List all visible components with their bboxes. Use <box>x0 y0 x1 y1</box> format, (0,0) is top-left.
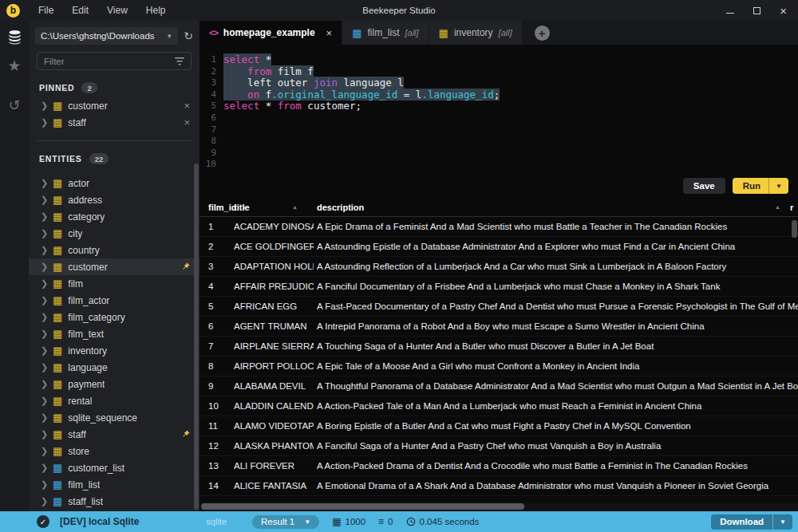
entity-actor[interactable]: ❯▦actor <box>29 175 200 191</box>
chevron-right-icon[interactable]: ❯ <box>41 212 47 221</box>
history-icon[interactable]: ↺ <box>5 96 24 115</box>
table-row[interactable]: 7AIRPLANE SIERRAA Touching Saga of a Hun… <box>200 337 798 357</box>
entity-category[interactable]: ❯▦category <box>29 208 200 225</box>
chevron-right-icon[interactable]: ❯ <box>41 229 47 238</box>
entity-sqlite_sequence[interactable]: ❯▦sqlite_sequence <box>29 409 200 426</box>
cell-film-id[interactable]: 10 <box>200 401 234 411</box>
refresh-icon[interactable]: ↻ <box>184 30 193 41</box>
cell-title[interactable]: ADAPTATION HOLES <box>234 262 314 271</box>
cell-description[interactable]: A Fanciful Documentary of a Frisbee And … <box>314 282 798 291</box>
chevron-right-icon[interactable]: ❯ <box>41 480 47 489</box>
cell-description[interactable]: A Epic Drama of a Feminist And a Mad Sci… <box>314 222 798 231</box>
entity-film_list[interactable]: ❯▦film_list <box>29 476 200 493</box>
tab-homepage_example[interactable]: <>homepage_example× <box>200 21 342 45</box>
chevron-right-icon[interactable]: ❯ <box>41 195 47 204</box>
entity-address[interactable]: ❯▦address <box>29 191 200 208</box>
table-row[interactable]: 5AFRICAN EGGA Fast-Paced Documentary of … <box>200 297 798 317</box>
menu-help[interactable]: Help <box>146 5 166 16</box>
add-tab-button[interactable]: + <box>535 26 550 41</box>
unpin-close-icon[interactable]: × <box>184 100 190 111</box>
table-row[interactable]: 11ALAMO VIDEOTAPEA Boring Epistle of a B… <box>200 416 798 436</box>
cell-title[interactable]: ALAMO VIDEOTAPE <box>234 421 314 431</box>
cell-film-id[interactable]: 1 <box>200 222 234 231</box>
cell-title[interactable]: ALABAMA DEVIL <box>234 381 314 391</box>
entity-staff[interactable]: ❯▦staff <box>29 426 200 443</box>
run-button[interactable]: Run ▼ <box>733 178 788 194</box>
chevron-right-icon[interactable]: ❯ <box>41 346 47 355</box>
download-dropdown-caret-icon[interactable]: ▼ <box>772 514 792 530</box>
cell-title[interactable]: ALI FOREVER <box>234 461 314 471</box>
table-row[interactable]: 12ALASKA PHANTOMA Fanciful Saga of a Hun… <box>200 436 798 456</box>
entity-film_category[interactable]: ❯▦film_category <box>29 309 200 325</box>
pinned-item-staff[interactable]: ❯▦staff× <box>29 114 200 131</box>
cell-title[interactable]: ACADEMY DINOSAUR <box>234 222 314 231</box>
download-button-label[interactable]: Download <box>711 514 772 530</box>
cell-film-id[interactable]: 12 <box>200 441 234 451</box>
entity-city[interactable]: ❯▦city <box>29 225 200 242</box>
chevron-right-icon[interactable]: ❯ <box>41 246 47 254</box>
chevron-right-icon[interactable]: ❯ <box>41 413 47 422</box>
cell-title[interactable]: ACE GOLDFINGER <box>234 242 314 251</box>
entity-customer_list[interactable]: ❯▦customer_list <box>29 459 200 476</box>
table-row[interactable]: 2ACE GOLDFINGERA Astounding Epistle of a… <box>200 237 798 257</box>
run-button-label[interactable]: Run <box>733 178 768 194</box>
table-row[interactable]: 4AFFAIR PREJUDICEA Fanciful Documentary … <box>200 277 798 297</box>
results-horizontal-scrollbar[interactable] <box>200 502 798 510</box>
save-button[interactable]: Save <box>683 178 725 194</box>
entity-inventory[interactable]: ❯▦inventory <box>29 342 200 359</box>
table-row[interactable]: 1ACADEMY DINOSAURA Epic Drama of a Femin… <box>200 217 798 237</box>
table-row[interactable]: 10ALADDIN CALENDARA Action-Packed Tale o… <box>200 396 798 416</box>
tab-inventory[interactable]: ▦inventory[all] <box>429 21 522 45</box>
chevron-right-icon[interactable]: ❯ <box>41 363 47 372</box>
entity-language[interactable]: ❯▦language <box>29 359 200 376</box>
chevron-right-icon[interactable]: ❯ <box>41 313 47 321</box>
connection-dropdown[interactable]: C:\Users\ghstng\Downloads ▼ <box>35 27 178 45</box>
cell-title[interactable]: ALASKA PHANTOM <box>234 441 314 451</box>
filter-input[interactable] <box>44 57 170 66</box>
cell-description[interactable]: A Action-Packed Tale of a Man And a Lumb… <box>314 401 798 411</box>
cell-film-id[interactable]: 7 <box>200 341 234 351</box>
cell-film-id[interactable]: 13 <box>200 461 234 471</box>
chevron-right-icon[interactable]: ❯ <box>41 118 47 127</box>
run-dropdown-caret-icon[interactable]: ▼ <box>768 178 788 194</box>
horizontal-scrollbar-thumb[interactable] <box>201 503 524 510</box>
sql-editor[interactable]: 1select *2 from film f3 left outer join … <box>200 45 798 174</box>
column-header-partial[interactable]: r <box>790 203 798 212</box>
chevron-right-icon[interactable]: ❯ <box>41 329 47 338</box>
chevron-right-icon[interactable]: ❯ <box>41 430 47 439</box>
cell-description[interactable]: A Astounding Reflection of a Lumberjack … <box>314 262 798 271</box>
entity-store[interactable]: ❯▦store <box>29 443 200 459</box>
cell-title[interactable]: ALICE FANTASIA <box>234 481 314 491</box>
entity-film_text[interactable]: ❯▦film_text <box>29 325 200 342</box>
close-icon[interactable]: × <box>780 5 787 17</box>
chevron-right-icon[interactable]: ❯ <box>41 101 47 110</box>
cell-title[interactable]: ALADDIN CALENDAR <box>234 401 314 411</box>
entity-film_actor[interactable]: ❯▦film_actor <box>29 292 200 309</box>
cell-film-id[interactable]: 9 <box>200 381 234 391</box>
cell-title[interactable]: AIRPLANE SIERRA <box>234 341 314 351</box>
chevron-right-icon[interactable]: ❯ <box>41 396 47 405</box>
entity-customer[interactable]: ❯▦customer <box>29 258 200 275</box>
results-vertical-scrollbar[interactable] <box>792 220 797 238</box>
entity-payment[interactable]: ❯▦payment <box>29 376 200 392</box>
table-row[interactable]: 6AGENT TRUMANA Intrepid Panorama of a Ro… <box>200 317 798 337</box>
result-selector[interactable]: Result 1 ▼ <box>252 515 319 529</box>
cell-description[interactable]: A Intrepid Panorama of a Robot And a Boy… <box>314 321 798 331</box>
cell-description[interactable]: A Thoughtful Panorama of a Database Admi… <box>314 381 798 391</box>
column-header-film-id[interactable]: film_id ▲ <box>200 203 234 212</box>
entity-staff_list[interactable]: ❯▦staff_list <box>29 493 200 510</box>
column-header-description[interactable]: description ▲ <box>314 203 790 212</box>
cell-description[interactable]: A Astounding Epistle of a Database Admin… <box>314 242 798 251</box>
table-row[interactable]: 13ALI FOREVERA Action-Packed Drama of a … <box>200 456 798 476</box>
cell-description[interactable]: A Touching Saga of a Hunter And a Butler… <box>314 341 798 351</box>
cell-film-id[interactable]: 8 <box>200 361 234 371</box>
pinned-item-customer[interactable]: ❯▦customer× <box>29 97 200 114</box>
tab-close-icon[interactable]: × <box>326 27 333 39</box>
cell-film-id[interactable]: 11 <box>200 421 234 431</box>
cell-film-id[interactable]: 3 <box>200 262 234 271</box>
unpin-close-icon[interactable]: × <box>184 117 190 128</box>
chevron-right-icon[interactable]: ❯ <box>41 380 47 388</box>
cell-title[interactable]: AFFAIR PREJUDICE <box>234 282 314 291</box>
chevron-right-icon[interactable]: ❯ <box>41 497 47 506</box>
chevron-right-icon[interactable]: ❯ <box>41 262 47 271</box>
